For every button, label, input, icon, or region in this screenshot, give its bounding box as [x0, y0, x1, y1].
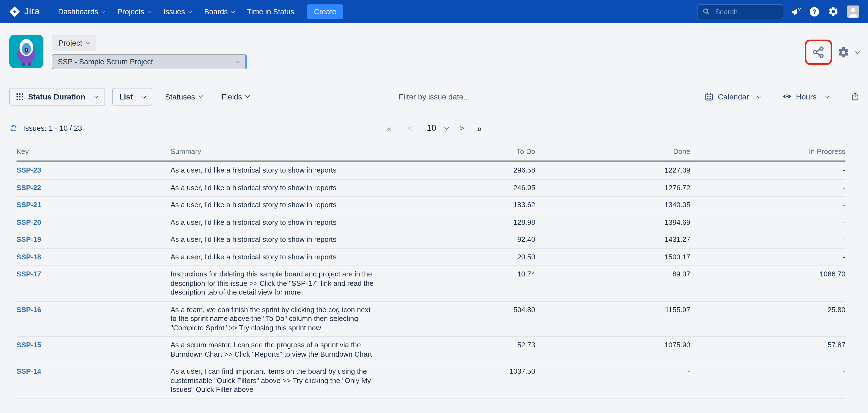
nav-item-projects[interactable]: Projects: [118, 7, 152, 16]
page-size-dropdown[interactable]: 10: [427, 123, 448, 133]
nav-item-boards[interactable]: Boards: [204, 7, 235, 16]
navbar-right: ?: [698, 4, 859, 19]
pagination-first-button[interactable]: «: [387, 124, 392, 133]
gear-icon: [837, 46, 850, 59]
in-progress-value: -: [690, 197, 845, 214]
pagination-last-button[interactable]: »: [477, 124, 482, 133]
refresh-icon[interactable]: [9, 124, 18, 132]
pagination-next-button[interactable]: >: [460, 124, 464, 132]
project-controls: Project SSP - Sample Scrum Project: [52, 35, 247, 69]
table-row: SSP-23 As a user, I'd like a historical …: [17, 161, 845, 179]
user-avatar[interactable]: [847, 5, 859, 18]
jira-logo-icon: [9, 6, 20, 17]
brand-wordmark: Jira: [24, 6, 40, 17]
issue-key-link[interactable]: SSP-18: [17, 252, 41, 261]
results-bar: Issues: 1 - 10 / 23 « < 10 > »: [9, 123, 859, 134]
table-row: SSP-22 As a user, I'd like a historical …: [17, 179, 845, 197]
chevron-down-icon: [86, 40, 90, 44]
issue-summary: As a user, I'd like a historical story t…: [170, 231, 385, 248]
project-avatar: [9, 35, 43, 68]
issue-key-link[interactable]: SSP-15: [17, 341, 41, 349]
issue-key-link[interactable]: SSP-21: [17, 201, 41, 209]
scope-dropdown[interactable]: Project: [52, 35, 96, 50]
chevron-down-icon: [147, 8, 152, 13]
chevron-down-icon: [245, 94, 250, 98]
column-header-done: Done: [535, 147, 690, 161]
table-row: SSP-19 As a user, I'd like a historical …: [17, 231, 845, 248]
todo-value: 128.98: [385, 214, 535, 231]
in-progress-value: 57.87: [690, 337, 845, 363]
todo-value: 296.58: [385, 161, 535, 179]
fields-dropdown[interactable]: Fields: [221, 92, 249, 101]
nav-item-dashboards[interactable]: Dashboards: [58, 7, 105, 16]
column-header-summary: Summary: [170, 147, 385, 161]
chevron-down-icon: [101, 8, 106, 13]
svg-text:?: ?: [812, 8, 816, 15]
todo-value: 52.73: [385, 337, 535, 363]
issue-key-link[interactable]: SSP-23: [17, 166, 41, 174]
in-progress-value: 25.80: [690, 301, 845, 337]
pagination-prev-button[interactable]: <: [407, 124, 412, 132]
issue-key-link[interactable]: SSP-20: [17, 218, 41, 226]
table-header-row: Key Summary To Do Done In Progress: [17, 147, 845, 161]
page: Jira Dashboards Projects Issues Boards T…: [0, 0, 868, 413]
issue-key-link[interactable]: SSP-16: [17, 305, 41, 313]
share-icon[interactable]: [811, 45, 826, 59]
report-settings-dropdown[interactable]: [837, 46, 859, 59]
statuses-dropdown[interactable]: Statuses: [165, 92, 202, 101]
issue-key-link[interactable]: SSP-14: [17, 367, 41, 375]
table-row: SSP-18 As a user, I'd like a historical …: [17, 248, 845, 266]
project-header: Project SSP - Sample Scrum Project: [9, 35, 859, 69]
header-actions: [805, 40, 859, 65]
settings-gear-icon[interactable]: [828, 6, 839, 17]
todo-value: 1037.50: [385, 363, 535, 399]
grid-icon: [17, 93, 23, 100]
in-progress-value: -: [690, 161, 845, 179]
issue-key-link[interactable]: SSP-17: [17, 270, 41, 278]
chevron-down-icon: [188, 8, 193, 13]
global-search[interactable]: [698, 4, 783, 19]
report-toolbar: Status Duration List Statuses Fields Fil…: [9, 88, 859, 105]
issues-table: Key Summary To Do Done In Progress SSP-2…: [17, 147, 845, 399]
done-value: 1075.90: [535, 337, 690, 363]
help-icon[interactable]: ?: [809, 6, 819, 17]
issue-key-link[interactable]: SSP-22: [17, 183, 41, 192]
todo-value: 20.50: [385, 248, 535, 266]
issue-key-link[interactable]: SSP-19: [17, 235, 41, 243]
todo-value: 92.40: [385, 231, 535, 248]
search-input[interactable]: [714, 7, 778, 16]
done-value: 1155.97: [535, 301, 690, 337]
nav-item-time-in-status[interactable]: Time in Status: [247, 7, 294, 16]
export-icon[interactable]: [851, 92, 859, 101]
issue-summary: As a user, I'd like a historical story t…: [170, 161, 385, 179]
chevron-down-icon: [198, 94, 203, 98]
issue-date-filter[interactable]: Filter by issue date...: [399, 92, 470, 101]
view-dropdown[interactable]: List: [112, 88, 152, 105]
issues-count-group: Issues: 1 - 10 / 23: [9, 124, 82, 132]
eye-icon: [782, 92, 792, 101]
done-value: 1340.05: [535, 197, 690, 214]
time-unit-dropdown[interactable]: Hours: [782, 92, 828, 101]
calendar-icon: [705, 92, 713, 101]
metric-dropdown[interactable]: Status Duration: [9, 88, 105, 105]
issue-summary: As a user, I can find important items on…: [170, 363, 385, 399]
todo-value: 504.80: [385, 301, 535, 337]
nav-item-issues[interactable]: Issues: [163, 7, 192, 16]
megaphone-icon[interactable]: [792, 7, 801, 16]
issue-summary: As a user, I'd like a historical story t…: [170, 179, 385, 197]
chevron-down-icon: [141, 93, 146, 98]
issue-summary: As a user, I'd like a historical story t…: [170, 214, 385, 231]
chevron-down-icon: [444, 125, 449, 130]
issue-summary: As a scrum master, I can see the progres…: [170, 337, 385, 363]
todo-value: 246.95: [385, 179, 535, 197]
table-row: SSP-15 As a scrum master, I can see the …: [17, 337, 845, 363]
create-button[interactable]: Create: [307, 4, 343, 19]
in-progress-value: -: [690, 363, 845, 399]
chevron-down-icon: [855, 49, 860, 54]
in-progress-value: -: [690, 231, 845, 248]
toolbar-right: Calendar Hours: [705, 92, 859, 101]
calendar-dropdown[interactable]: Calendar: [705, 92, 761, 101]
done-value: 1503.17: [535, 248, 690, 266]
done-value: 89.07: [535, 266, 690, 301]
project-select[interactable]: SSP - Sample Scrum Project: [52, 55, 247, 69]
